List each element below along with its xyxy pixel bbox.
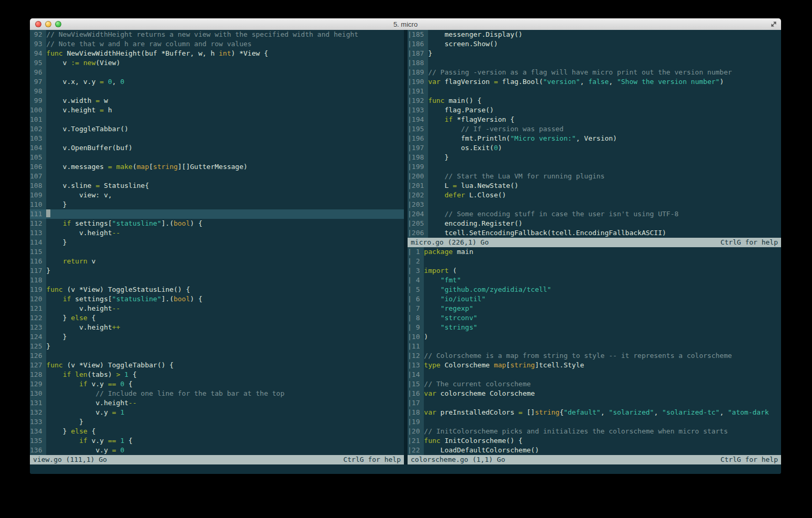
code-line[interactable]: 97 v.x, v.y = 0, 0: [30, 77, 404, 87]
code-line[interactable]: 105: [30, 153, 404, 162]
code-line[interactable]: 93 // Note that w and h are raw column a…: [30, 39, 404, 49]
code-line[interactable]: 133 }: [30, 417, 404, 427]
code-line[interactable]: 115: [30, 247, 404, 257]
code-line[interactable]: |204 // Some encoding stuff in case the …: [408, 209, 781, 219]
code-line[interactable]: 135 if v.y == 1 {: [30, 436, 404, 446]
code-line[interactable]: |199: [408, 162, 781, 172]
code-line[interactable]: 94 func NewViewWidthHeight(buf *Buffer, …: [30, 49, 404, 58]
code-line[interactable]: 114 }: [30, 238, 404, 247]
code-line[interactable]: | 9 "strings": [408, 323, 781, 332]
line-number: |21: [408, 436, 424, 446]
code-line[interactable]: | 8 "strconv": [408, 313, 781, 323]
code-line[interactable]: |21 func InitColorscheme() {: [408, 436, 781, 446]
code-line[interactable]: 124 }: [30, 332, 404, 342]
code-line[interactable]: | 2: [408, 257, 781, 266]
code-line[interactable]: |19: [408, 417, 781, 427]
code-line[interactable]: |190 var flagVersion = flag.Bool("versio…: [408, 77, 781, 87]
code-line[interactable]: |13 type Colorscheme map[string]tcell.St…: [408, 361, 781, 370]
code-line[interactable]: |185 messenger.Display(): [408, 30, 781, 39]
code-line[interactable]: |202 defer L.Close(): [408, 191, 781, 200]
code-line[interactable]: 111: [30, 209, 404, 219]
code-line[interactable]: 102 v.ToggleTabbar(): [30, 124, 404, 134]
code-line[interactable]: 136 v.y = 0: [30, 446, 404, 455]
code-line[interactable]: 98: [30, 87, 404, 96]
code-line[interactable]: |14: [408, 370, 781, 379]
code-line[interactable]: |203: [408, 200, 781, 209]
code-line[interactable]: 104 v.OpenBuffer(buf): [30, 143, 404, 153]
code-line[interactable]: 125 }: [30, 342, 404, 351]
code-line[interactable]: 101: [30, 115, 404, 124]
code-line[interactable]: 92 // NewViewWidthHeight returns a new v…: [30, 30, 404, 39]
code-line[interactable]: |188: [408, 58, 781, 68]
code-line[interactable]: 103: [30, 134, 404, 143]
code-line[interactable]: |193 flag.Parse(): [408, 105, 781, 115]
code-area-micro-go[interactable]: |185 messenger.Display()|186 screen.Show…: [408, 30, 781, 238]
code-line[interactable]: 129 if v.y == 0 {: [30, 379, 404, 389]
code-line[interactable]: |196 fmt.Println("Micro version:", Versi…: [408, 134, 781, 143]
code-line[interactable]: |200 // Start the Lua VM for running plu…: [408, 172, 781, 181]
code-line[interactable]: |186 screen.Show(): [408, 39, 781, 49]
code-line[interactable]: 113 v.height--: [30, 228, 404, 238]
code-line[interactable]: 121 v.height--: [30, 304, 404, 313]
code-line[interactable]: 122 } else {: [30, 313, 404, 323]
code-line[interactable]: 99 v.width = w: [30, 96, 404, 105]
code-line[interactable]: | 4 "fmt": [408, 276, 781, 285]
code-line[interactable]: 119 func (v *View) ToggleStatusLine() {: [30, 285, 404, 294]
minimize-button[interactable]: [45, 21, 51, 27]
code-line[interactable]: |17: [408, 398, 781, 408]
code-line[interactable]: |189 // Passing -version as a flag will …: [408, 68, 781, 77]
code-line[interactable]: |194 if *flagVersion {: [408, 115, 781, 124]
code-line[interactable]: 112 if settings["statusline"].(bool) {: [30, 219, 404, 228]
split-divider[interactable]: [404, 30, 408, 464]
code-area-colorscheme-go[interactable]: | 1 package main| 2 | 3 import (| 4 "fmt…: [408, 247, 781, 455]
code-line[interactable]: |20 // InitColorscheme picks and initial…: [408, 427, 781, 436]
code-line[interactable]: |11: [408, 342, 781, 351]
close-button[interactable]: [35, 21, 41, 27]
code-line[interactable]: |198 }: [408, 153, 781, 162]
code-line[interactable]: |191: [408, 87, 781, 96]
code-line[interactable]: |192 func main() {: [408, 96, 781, 105]
code-line[interactable]: 123 v.height++: [30, 323, 404, 332]
code-line[interactable]: 132 v.y = 1: [30, 408, 404, 417]
resize-icon[interactable]: [770, 20, 777, 28]
code-line[interactable]: 107: [30, 172, 404, 181]
code-line[interactable]: 128 if len(tabs) > 1 {: [30, 370, 404, 379]
code-line[interactable]: 127 func (v *View) ToggleTabbar() {: [30, 361, 404, 370]
code-line[interactable]: | 7 "regexp": [408, 304, 781, 313]
command-line[interactable]: [30, 464, 781, 474]
code-line[interactable]: |18 var preInstalledColors = []string{"d…: [408, 408, 781, 417]
code-line[interactable]: |187 }: [408, 49, 781, 58]
code-line[interactable]: |201 L = lua.NewState(): [408, 181, 781, 191]
code-line[interactable]: |10 ): [408, 332, 781, 342]
code-line[interactable]: | 6 "io/ioutil": [408, 294, 781, 304]
code-line[interactable]: 106 v.messages = make(map[string][]Gutte…: [30, 162, 404, 172]
code-line[interactable]: 96: [30, 68, 404, 77]
code-line[interactable]: | 5 "github.com/zyedidia/tcell": [408, 285, 781, 294]
code-line[interactable]: |16 var colorscheme Colorscheme: [408, 389, 781, 398]
code-line[interactable]: 120 if settings["statusline"].(bool) {: [30, 294, 404, 304]
code-line[interactable]: 130 // Include one line for the tab bar …: [30, 389, 404, 398]
title-bar[interactable]: 5. micro: [30, 18, 781, 30]
code-line[interactable]: 109 view: v,: [30, 191, 404, 200]
code-line[interactable]: |22 LoadDefaultColorscheme(): [408, 446, 781, 455]
zoom-button[interactable]: [55, 21, 61, 27]
code-line[interactable]: |195 // If -version was passed: [408, 124, 781, 134]
code-line[interactable]: 134 } else {: [30, 427, 404, 436]
code-line[interactable]: 110 }: [30, 200, 404, 209]
code-line[interactable]: 100 v.height = h: [30, 105, 404, 115]
code-line[interactable]: 117 }: [30, 266, 404, 276]
code-line[interactable]: |15 // The current colorscheme: [408, 379, 781, 389]
code-line[interactable]: | 1 package main: [408, 247, 781, 257]
code-line[interactable]: 126: [30, 351, 404, 361]
code-line[interactable]: |197 os.Exit(0): [408, 143, 781, 153]
code-line[interactable]: |205 encoding.Register(): [408, 219, 781, 228]
code-line[interactable]: | 3 import (: [408, 266, 781, 276]
code-line[interactable]: 95 v := new(View): [30, 58, 404, 68]
code-line[interactable]: 108 v.sline = Statusline{: [30, 181, 404, 191]
code-area-view-go[interactable]: 92 // NewViewWidthHeight returns a new v…: [30, 30, 404, 455]
code-line[interactable]: |12 // Colorscheme is a map from string …: [408, 351, 781, 361]
code-line[interactable]: 116 return v: [30, 257, 404, 266]
code-line[interactable]: |206 tcell.SetEncodingFallback(tcell.Enc…: [408, 228, 781, 238]
code-line[interactable]: 131 v.height--: [30, 398, 404, 408]
code-line[interactable]: 118: [30, 276, 404, 285]
